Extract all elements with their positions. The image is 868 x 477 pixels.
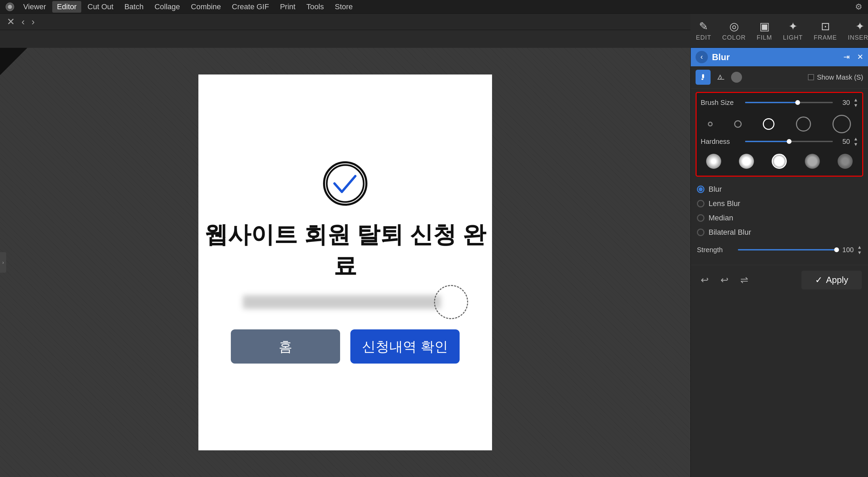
brush-size-xs[interactable] (708, 122, 713, 126)
brush-icon (699, 73, 707, 81)
hardness-value: 50 (836, 138, 850, 146)
show-mask-label: Show Mask (S) (817, 73, 863, 81)
action-buttons: 홈 신청내역 확인 (231, 329, 460, 364)
brush-size-label: Brush Size (701, 99, 742, 107)
toolbar-film[interactable]: ▣ FILM (751, 17, 778, 44)
svg-rect-3 (702, 74, 704, 78)
toolbar-edit[interactable]: ✎ EDIT (690, 17, 717, 44)
menu-batch[interactable]: Batch (120, 1, 148, 13)
brush-cursor (434, 285, 468, 319)
svg-point-2 (327, 165, 364, 202)
menu-creategif[interactable]: Create GIF (227, 1, 274, 13)
menu-print[interactable]: Print (275, 1, 300, 13)
strength-slider[interactable] (738, 249, 837, 250)
brush-size-md[interactable] (763, 118, 774, 130)
menu-collage[interactable]: Collage (150, 1, 185, 13)
menu-store[interactable]: Store (330, 1, 358, 13)
menu-editor[interactable]: Editor (52, 1, 81, 13)
brush-size-lg[interactable] (796, 117, 811, 132)
check-circle (323, 161, 367, 206)
color-label: COLOR (722, 34, 746, 41)
menu-viewer[interactable]: Viewer (18, 1, 51, 13)
show-mask-toggle[interactable]: Show Mask (S) (808, 73, 863, 81)
bottom-action-bar: ↩ ↩ ⇌ ✓ Apply (691, 265, 868, 295)
menu-combine[interactable]: Combine (186, 1, 226, 13)
undo-button[interactable]: ↩ (697, 273, 712, 288)
edit-label: EDIT (696, 34, 711, 41)
canvas-container: 웹사이트 회원 탈퇴 신청 완료 홈 신청내역 확인 (198, 74, 492, 450)
blur-option-bilateral[interactable]: Bilateral Blur (697, 228, 862, 237)
hardness-4[interactable] (838, 154, 853, 169)
mode-circle-selector[interactable] (731, 72, 742, 83)
blur-option-blur[interactable]: Blur (697, 185, 862, 194)
page-title: 웹사이트 회원 탈퇴 신청 완료 (198, 219, 492, 282)
menu-tools[interactable]: Tools (302, 1, 328, 13)
strength-arrows[interactable]: ▲▼ (857, 244, 862, 255)
film-label: FILM (757, 34, 772, 41)
strength-row: Strength 100 ▲▼ (691, 242, 868, 258)
hardness-3[interactable] (805, 154, 820, 169)
back-button[interactable]: ‹ (22, 17, 25, 27)
menu-cutout[interactable]: Cut Out (83, 1, 118, 13)
hardness-arrows[interactable]: ▲▼ (853, 136, 858, 147)
hardness-row: Hardness 50 ▲▼ (701, 136, 858, 147)
eraser-mode-button[interactable] (713, 70, 728, 85)
frame-icon: ⊡ (821, 20, 830, 33)
brush-size-row: Brush Size 30 ▲▼ (701, 97, 858, 108)
blur-option-lens[interactable]: Lens Blur (697, 199, 862, 208)
brush-size-xl[interactable] (832, 115, 851, 133)
left-collapse-tab[interactable]: › (0, 252, 6, 273)
blur-radio-inner (699, 187, 703, 191)
forward-button[interactable]: › (31, 17, 34, 27)
hardness-slider[interactable] (745, 141, 833, 142)
edit-icon: ✎ (699, 20, 708, 33)
brush-size-arrows[interactable]: ▲▼ (853, 97, 858, 108)
lens-blur-radio[interactable] (697, 200, 704, 207)
close-button[interactable]: ✕ (7, 17, 15, 27)
top-icon-toolbar: ✎ EDIT ◎ COLOR ▣ FILM ✦ LIGHT ⊡ FRAME ✦ … (690, 14, 868, 48)
brush-size-circles (701, 112, 858, 136)
blurred-content (243, 295, 448, 309)
show-mask-checkbox[interactable] (808, 74, 814, 80)
main-canvas-area: 웹사이트 회원 탈퇴 신청 완료 홈 신청내역 확인 › (0, 48, 690, 477)
undo2-button[interactable]: ↩ (717, 273, 732, 288)
hardness-0[interactable] (706, 154, 721, 169)
apply-button[interactable]: ✓ Apply (801, 271, 862, 289)
home-button[interactable]: 홈 (231, 329, 340, 364)
blur-close-icon[interactable]: ✕ (857, 53, 863, 62)
right-panel-blur: ‹ Blur ⇥ ✕ Show Mask (S) Brush Size (690, 48, 868, 477)
pin-icon[interactable]: ⇥ (843, 53, 850, 62)
blur-back-button[interactable]: ‹ (696, 51, 708, 63)
lens-blur-label: Lens Blur (709, 199, 740, 208)
pro-badge-container: PROVersion (0, 48, 27, 75)
settings-icon[interactable]: ⚙ (855, 2, 863, 12)
blur-radio-blur[interactable] (697, 186, 704, 193)
frame-label: FRAME (814, 34, 837, 41)
strength-value: 100 (840, 246, 854, 254)
toolbar-light[interactable]: ✦ LIGHT (778, 17, 808, 44)
confirm-button[interactable]: 신청내역 확인 (350, 329, 460, 364)
blurred-text (243, 295, 441, 309)
apply-label: Apply (826, 275, 848, 285)
eraser-icon (717, 73, 725, 81)
light-label: LIGHT (783, 34, 803, 41)
toggle-button[interactable]: ⇌ (737, 273, 752, 288)
blur-type-options: Blur Lens Blur Median Bilateral Blur (691, 180, 868, 242)
blur-option-median[interactable]: Median (697, 214, 862, 222)
brush-settings-box: Brush Size 30 ▲▼ Hardness 50 ▲▼ (696, 92, 863, 177)
brush-mode-button[interactable] (696, 70, 711, 85)
toolbar-insert[interactable]: ✦ INSERT (842, 17, 868, 44)
brush-size-slider[interactable] (745, 102, 833, 103)
app-logo[interactable] (5, 2, 14, 11)
bilateral-label: Bilateral Blur (709, 228, 751, 237)
insert-label: INSERT (848, 34, 868, 41)
median-radio[interactable] (697, 214, 704, 222)
hardness-circles (701, 151, 858, 172)
hardness-1[interactable] (739, 154, 754, 169)
hardness-2-selected[interactable] (772, 154, 787, 169)
film-icon: ▣ (759, 20, 770, 33)
brush-size-sm[interactable] (734, 120, 742, 128)
toolbar-color[interactable]: ◎ COLOR (717, 17, 751, 44)
toolbar-frame[interactable]: ⊡ FRAME (808, 17, 842, 44)
bilateral-radio[interactable] (697, 229, 704, 236)
